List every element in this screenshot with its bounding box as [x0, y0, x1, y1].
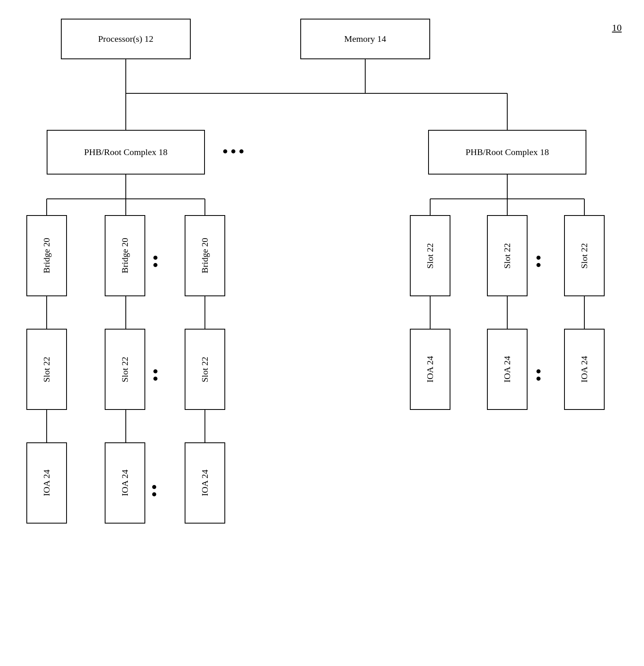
processor-box: Processor(s) 12: [61, 19, 191, 59]
slot-left3-box: Slot 22: [185, 329, 225, 410]
slot-left2-box: Slot 22: [105, 329, 145, 410]
dots-ioa-right: [536, 369, 541, 381]
bridge3-box: Bridge 20: [185, 215, 225, 296]
ioa-right3-box: IOA 24: [564, 329, 605, 410]
ioa-right2-box: IOA 24: [487, 329, 528, 410]
dots-phb: [223, 149, 243, 153]
bridge1-box: Bridge 20: [26, 215, 67, 296]
slot-right1-box: Slot 22: [410, 215, 450, 296]
bridge2-box: Bridge 20: [105, 215, 145, 296]
dots-slots-right: [536, 256, 541, 267]
slot-left1-box: Slot 22: [26, 329, 67, 410]
ioa-left1-box: IOA 24: [26, 442, 67, 524]
ioa-right1-box: IOA 24: [410, 329, 450, 410]
diagram: 10 Processor(s) 12 Memory 14 PHB/Root Co…: [0, 0, 644, 666]
phb-right-box: PHB/Root Complex 18: [428, 130, 586, 175]
slot-right3-box: Slot 22: [564, 215, 605, 296]
ioa-left2-box: IOA 24: [105, 442, 145, 524]
memory-box: Memory 14: [300, 19, 430, 59]
dots-ioa-left: [152, 485, 156, 496]
dots-slots-left: [153, 369, 157, 381]
ioa-left3-box: IOA 24: [185, 442, 225, 524]
ref-number: 10: [612, 22, 622, 33]
dots-bridges: [153, 256, 157, 267]
phb-left-box: PHB/Root Complex 18: [47, 130, 205, 175]
slot-right2-box: Slot 22: [487, 215, 528, 296]
